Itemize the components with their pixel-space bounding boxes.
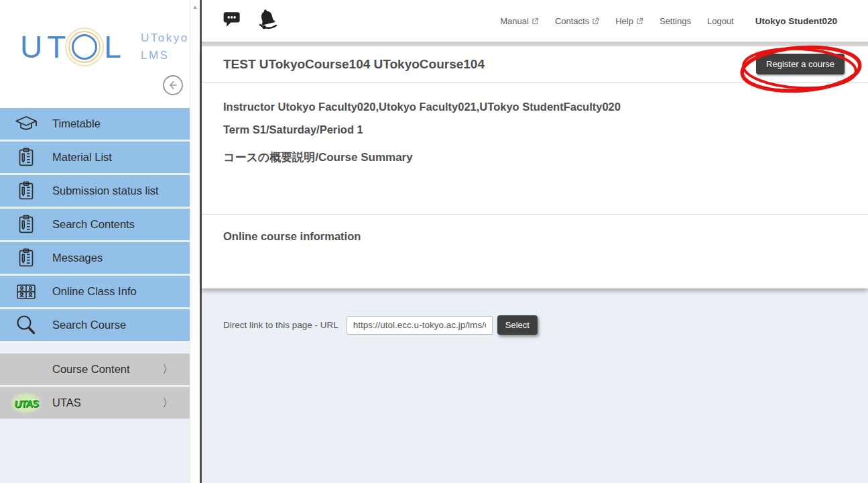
logo-sub-line1: UTokyo [141, 30, 189, 47]
course-title-row: TEST UTokyoCourse104 UTokyoCourse104 Reg… [202, 46, 868, 83]
sidebar-item-label: Material List [52, 151, 112, 164]
nav-label: Logout [707, 16, 734, 26]
external-link-icon [636, 17, 643, 25]
course-panel: TEST UTokyoCourse104 UTokyoCourse104 Reg… [202, 46, 868, 288]
instructor-line: Instructor Utokyo Faculty020,Utokyo Facu… [223, 101, 847, 113]
nav-label: Contacts [555, 16, 589, 26]
chevron-right-icon: 〉 [162, 362, 174, 377]
clipboard-icon [0, 180, 52, 203]
sidebar-item-label: Course Content [52, 363, 130, 376]
direct-link-label: Direct link to this page - URL [223, 320, 338, 330]
sidebar-item-course-content[interactable]: Course Content 〉 [0, 354, 190, 385]
sidebar-item-label: Submission status list [52, 184, 159, 197]
sidebar-collapse-button[interactable] [163, 75, 183, 95]
logo-subtitle: UTokyo LMS [141, 30, 189, 64]
logo-o-ring-icon [72, 34, 97, 60]
nav-settings[interactable]: Settings [660, 16, 691, 26]
sidebar-item-material-list[interactable]: Material List [0, 142, 190, 173]
external-link-icon [592, 17, 599, 25]
sidebar-item-label: UTAS [52, 396, 81, 409]
term-line: Term S1/Saturday/Period 1 [223, 123, 847, 136]
register-course-button[interactable]: Register a course [756, 54, 845, 74]
direct-link-row: Direct link to this page - URL Select [223, 315, 868, 335]
sidebar-item-utas[interactable]: UTAS UTAS 〉 [0, 387, 190, 419]
graduation-cap-icon [0, 112, 52, 136]
topbar-icons [222, 7, 280, 34]
select-button[interactable]: Select [497, 315, 538, 335]
nav-manual[interactable]: Manual [500, 16, 539, 26]
arrow-left-icon [166, 78, 180, 92]
people-grid-icon [0, 280, 52, 304]
nav-label: Manual [500, 16, 529, 26]
topnav: Manual Contacts Help [500, 16, 837, 26]
sidebar-item-search-contents[interactable]: Search Contents [0, 209, 190, 240]
sidebar-item-online-class-info[interactable]: Online Class Info [0, 276, 190, 307]
chevron-right-icon: 〉 [162, 395, 174, 411]
nav-contacts[interactable]: Contacts [555, 16, 599, 26]
course-info-block: Instructor Utokyo Faculty020,Utokyo Facu… [202, 83, 868, 165]
topbar: Manual Contacts Help [202, 0, 868, 42]
logo-text-left: UT [20, 32, 70, 62]
sidebar-item-label: Search Contents [52, 218, 135, 231]
direct-link-url-input[interactable] [347, 316, 493, 335]
menu-gap [0, 343, 190, 354]
sidebar-menu: Timetable Material List [0, 108, 190, 419]
external-link-icon [532, 17, 539, 25]
chat-icon[interactable] [222, 9, 243, 33]
scrollbar-up-arrow-icon[interactable]: ▲ [192, 4, 198, 10]
logo-text-right: L [104, 32, 126, 62]
clipboard-icon [0, 213, 52, 236]
sidebar-scrollbar[interactable]: ▲ [190, 0, 200, 483]
sidebar-item-label: Online Class Info [52, 285, 137, 298]
current-user-name: Utokyo Student020 [755, 16, 837, 26]
utol-logo: UT L UTokyo LMS [20, 30, 189, 64]
online-course-info-heading: Online course information [202, 215, 868, 243]
magnifier-icon [0, 313, 52, 337]
clipboard-icon [0, 247, 52, 270]
footer-area: Direct link to this page - URL Select [202, 288, 868, 335]
nav-help[interactable]: Help [615, 16, 643, 26]
nav-label: Settings [660, 16, 691, 26]
sidebar-item-submission-status-list[interactable]: Submission status list [0, 175, 190, 207]
bell-notification-icon[interactable] [255, 7, 280, 34]
sidebar-item-search-course[interactable]: Search Course [0, 309, 190, 341]
logo-area: UT L UTokyo LMS [0, 0, 190, 108]
sidebar-item-label: Timetable [52, 117, 101, 130]
main-area: Manual Contacts Help [202, 0, 868, 483]
course-summary-heading: コースの概要説明/Course Summary [223, 150, 847, 165]
utol-lms-page: UT L UTokyo LMS [0, 0, 868, 483]
clipboard-icon [0, 146, 52, 169]
nav-label: Help [615, 16, 633, 26]
sidebar-item-label: Messages [52, 252, 103, 264]
sidebar-item-label: Search Course [52, 319, 126, 331]
page-title: TEST UTokyoCourse104 UTokyoCourse104 [223, 57, 756, 72]
utas-logo-icon: UTAS [0, 392, 52, 414]
sidebar-item-timetable[interactable]: Timetable [0, 108, 190, 140]
sidebar-item-messages[interactable]: Messages [0, 242, 190, 274]
topbar-shadow-strip [202, 42, 868, 46]
nav-logout[interactable]: Logout [707, 16, 734, 26]
sidebar: UT L UTokyo LMS [0, 0, 190, 483]
logo-sub-line2: LMS [141, 47, 189, 64]
